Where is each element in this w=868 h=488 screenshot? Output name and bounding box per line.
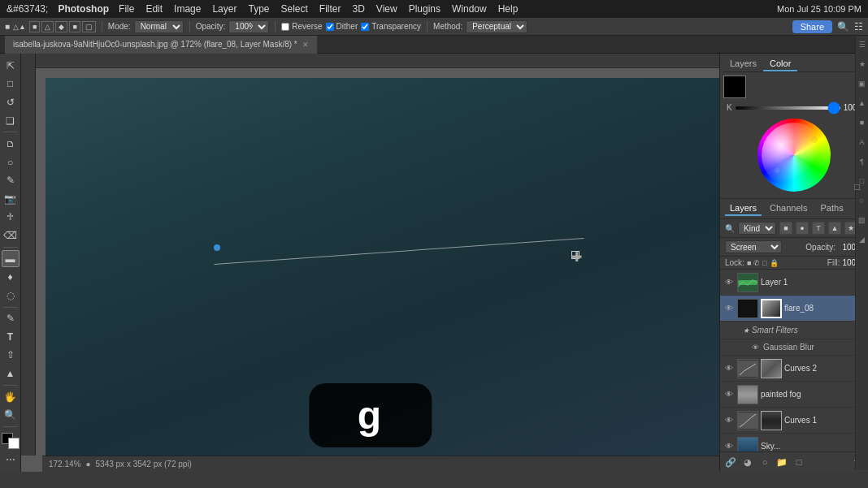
gradient-tool[interactable]: ▬ [2,250,20,268]
blur-tool[interactable]: ♦ [2,268,20,286]
layer-item-smart-filters[interactable]: ★ Smart Filters [720,322,868,339]
add-group-icon[interactable]: 📁 [775,455,789,469]
type-tool[interactable]: T [2,328,20,346]
zoom-tool[interactable]: 🔍 [2,406,20,424]
shape-tool[interactable]: ▲ [2,365,20,382]
lock-artboard-icon[interactable]: □ [762,259,766,267]
crop-tool[interactable]: ❏ [2,112,20,130]
panel-gutter-icon-10[interactable]: ▧ [858,216,866,224]
move-tool[interactable]: ⇱ [2,57,20,75]
search-icon[interactable]: 🔍 [837,21,849,32]
layer-vis-sky[interactable]: 👁 [723,441,735,452]
history-tool[interactable]: ♱ [2,209,20,227]
layer-list[interactable]: 👁 Layer 1 👁 flare_ [720,270,868,451]
kind-select[interactable]: Kind [738,222,776,235]
add-layer-icon[interactable]: □ [792,455,806,469]
opacity-select[interactable]: 100% [228,20,269,33]
layer-vis-curves2[interactable]: 👁 [723,363,735,374]
foreground-swatch[interactable] [723,76,746,98]
clone-tool[interactable]: 📷 [2,190,20,208]
color-wheel[interactable] [757,119,831,192]
layer-vis-flare08[interactable]: 👁 [723,303,735,314]
menu-select[interactable]: Select [280,3,307,15]
add-mask-icon[interactable]: ○ [757,455,772,469]
lasso-tool[interactable]: ↺ [2,93,20,111]
layer-vis-gaussian[interactable]: 👁 [749,342,761,353]
heal-tool[interactable]: ○ [2,153,20,171]
apple-icon[interactable]: &#63743; [7,3,48,15]
reverse-label[interactable]: Reverse [281,22,322,31]
panel-gutter-icon-11[interactable]: ◢ [859,235,865,244]
shape-btn-5[interactable]: ▢ [82,21,96,32]
filter-type-icon[interactable]: T [812,222,825,235]
gradient-start-point[interactable] [214,244,220,251]
dodge-tool[interactable]: ◌ [2,287,20,304]
tab-color[interactable]: Color [763,57,797,71]
eraser-tool[interactable]: ⌫ [2,227,20,244]
menu-layer[interactable]: Layer [212,3,237,15]
layer-item-flare08[interactable]: 👁 flare_08 □ [720,296,868,322]
k-slider[interactable] [736,106,840,110]
layer-vis-paintedfog[interactable]: 👁 [723,389,735,400]
link-layers-icon[interactable]: 🔗 [723,455,738,469]
menu-window[interactable]: Window [452,3,487,15]
menu-view[interactable]: View [376,3,397,15]
filter-pixel-icon[interactable]: ■ [779,222,792,235]
panel-gutter-icon-3[interactable]: ▣ [858,80,866,88]
menu-image[interactable]: Image [174,3,201,15]
color-picker-icon[interactable]: □ [854,182,860,192]
menu-file[interactable]: File [119,3,134,15]
lock-pixel-icon[interactable]: ■ [747,259,751,267]
panel-gutter-icon-2[interactable]: ★ [859,60,866,68]
method-select[interactable]: Perceptual [466,20,527,33]
layer-item-paintedfog[interactable]: 👁 painted fog [720,382,868,408]
transparency-checkbox[interactable] [361,23,369,31]
brush-tool[interactable]: ✎ [2,171,20,189]
hand-tool[interactable]: 🖐 [2,388,20,406]
tab-paths[interactable]: Paths [816,201,848,216]
path-tool[interactable]: ⇧ [2,347,20,365]
canvas-area[interactable]: ✚ g 172.14% ● 5343 px x 3542 px (72 ppi) [21,54,719,472]
reverse-checkbox[interactable] [281,23,289,31]
shape-btn-2[interactable]: △ [41,21,54,32]
workspace-icon[interactable]: ☷ [854,21,863,32]
menu-help[interactable]: Help [498,3,519,15]
filter-shape-icon[interactable]: ▲ [828,222,841,235]
pen-tool[interactable]: ✎ [2,310,20,328]
menu-plugins[interactable]: Plugins [409,3,441,15]
shape-btn-4[interactable]: ■ [69,21,80,32]
layer-vis-layer1[interactable]: 👁 [723,277,735,288]
panel-gutter-icon-9[interactable]: ○ [860,196,864,205]
dither-label[interactable]: Dither [326,22,358,31]
lock-all-icon[interactable]: 🔒 [770,259,779,267]
shape-btn-1[interactable]: ■ [29,21,40,32]
filter-adjustment-icon[interactable]: ● [796,222,809,235]
menu-3d[interactable]: 3D [353,3,365,15]
close-tab-icon[interactable]: ✕ [302,41,309,49]
mode-select[interactable]: Normal [134,20,184,33]
lock-position-icon[interactable]: ✆ [753,259,760,267]
eyedropper-tool[interactable]: 🗅 [2,135,20,153]
tab-histogram[interactable]: Layers [723,57,763,71]
layer-item-curves1[interactable]: 👁 Curves 1 [720,408,868,434]
menu-edit[interactable]: Edit [145,3,163,15]
fg-bg-colors[interactable] [2,433,20,451]
select-tool[interactable]: □ [2,76,20,93]
shape-btn-3[interactable]: ◆ [55,21,67,32]
blend-mode-select[interactable]: Screen [725,240,782,253]
menu-type[interactable]: Type [248,3,269,15]
layer-item-gaussian[interactable]: 👁 Gaussian Blur ⚛ [720,339,868,356]
share-button[interactable]: Share [792,20,832,33]
transparency-label[interactable]: Transparency [361,22,421,31]
dither-checkbox[interactable] [326,23,334,31]
layer-item-sky[interactable]: 👁 Sky... [720,434,868,451]
add-adjustment-icon[interactable]: ◕ [740,455,755,469]
menu-filter[interactable]: Filter [319,3,341,15]
tab-channels[interactable]: Channels [765,201,812,216]
layer-item-curves2[interactable]: 👁 Curves 2 [720,356,868,382]
more-tools[interactable]: ⋯ [2,451,20,469]
document-tab[interactable]: isabella-juskova-9aNitHjuOc0-unsplash.jp… [5,36,318,54]
layer-vis-curves1[interactable]: 👁 [723,415,735,426]
layer-item-layer1[interactable]: 👁 Layer 1 [720,270,868,296]
tab-layers[interactable]: Layers [725,201,762,216]
